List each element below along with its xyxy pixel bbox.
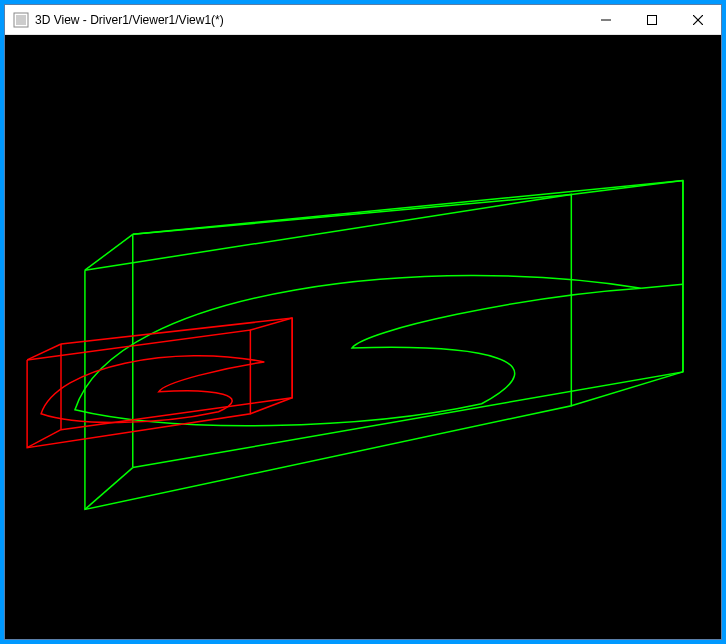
red-fixture-box: [27, 318, 292, 448]
close-icon: [693, 15, 703, 25]
scene-svg: [5, 35, 721, 639]
maximize-button[interactable]: [629, 5, 675, 34]
window-title: 3D View - Driver1/Viewer1/View1(*): [35, 13, 224, 27]
green-toolpath: [75, 275, 683, 425]
svg-rect-1: [16, 15, 26, 25]
close-button[interactable]: [675, 5, 721, 34]
app-icon: [13, 12, 29, 28]
svg-line-13: [641, 284, 683, 288]
svg-line-7: [571, 181, 683, 195]
window-controls: [583, 5, 721, 34]
svg-line-9: [85, 468, 133, 510]
titlebar[interactable]: 3D View - Driver1/Viewer1/View1(*): [5, 5, 721, 35]
minimize-icon: [601, 15, 611, 25]
minimize-button[interactable]: [583, 5, 629, 34]
green-stock-box: [85, 181, 683, 510]
maximize-icon: [647, 15, 657, 25]
red-toolpath: [41, 356, 264, 423]
svg-rect-3: [648, 15, 657, 24]
viewport-3d[interactable]: [5, 35, 721, 639]
svg-line-6: [85, 234, 133, 270]
app-window: 3D View - Driver1/Viewer1/View1(*): [4, 4, 722, 640]
